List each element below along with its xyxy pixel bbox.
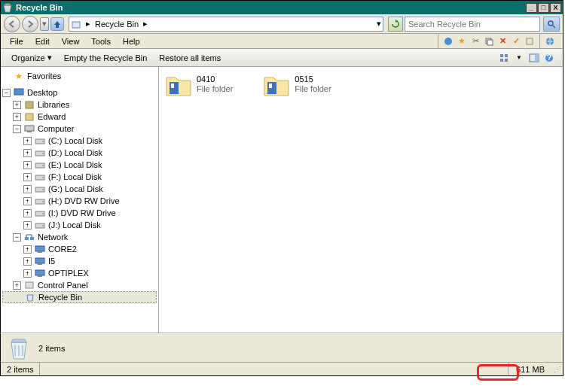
tree-network-node[interactable]: +CORE2 [2,243,157,255]
tree-drive[interactable]: +(D:) Local Disk [2,147,157,159]
resize-grip[interactable]: ⋰ [552,365,563,373]
list-item[interactable]: 0410 File folder [165,74,233,97]
tree-control-panel[interactable]: +Control Panel [2,279,157,291]
star-icon: ★ [13,71,25,81]
folder-icon [165,74,192,97]
menu-help[interactable]: Help [117,35,146,47]
tree-computer[interactable]: −Computer [2,123,157,135]
svg-rect-9 [505,54,508,57]
globe-icon[interactable] [443,36,454,47]
forward-button[interactable] [22,16,38,32]
tree-recycle-bin[interactable]: Recycle Bin [2,291,157,303]
file-list[interactable]: 0410 File folder 0515 File folder [159,67,563,333]
expand-icon[interactable]: + [13,281,21,290]
restore-all-button[interactable]: Restore all items [153,52,227,64]
refresh-button[interactable] [388,17,403,32]
svg-point-30 [42,189,44,190]
tree-drive[interactable]: +(E:) Local Disk [2,159,157,171]
copy-icon[interactable] [484,36,494,47]
minimize-button[interactable]: _ [526,3,537,13]
delete-icon[interactable]: ✕ [497,36,508,47]
status-bar: 2 items 611 MB ⋰ [1,362,563,375]
svg-rect-41 [35,258,44,263]
search-box[interactable] [405,17,540,32]
expand-icon[interactable]: + [23,173,32,181]
address-bar[interactable]: ▸ Recycle Bin ▸ ▾ [69,17,383,32]
help-icon[interactable]: ? [543,52,555,64]
folder-icon [263,74,290,97]
collapse-icon[interactable]: − [13,233,21,242]
svg-point-34 [42,213,44,214]
menu-file[interactable]: File [4,35,29,47]
chevron-down-icon[interactable]: ▼ [513,52,525,64]
breadcrumb-root[interactable]: Recycle Bin [93,20,140,29]
window-controls: _ □ X [526,3,561,13]
expand-icon[interactable]: + [23,161,32,169]
empty-recycle-bin-button[interactable]: Empty the Recycle Bin [58,52,154,64]
svg-rect-19 [25,126,34,131]
navigation-tree[interactable]: ★Favorites −Desktop +Libraries +Edward −… [1,67,159,333]
svg-point-24 [42,153,44,154]
svg-rect-0 [72,22,80,28]
close-button[interactable]: X [550,3,561,13]
computer-icon [34,256,46,266]
view-options-icon[interactable] [498,52,510,64]
breadcrumb[interactable]: ▸ Recycle Bin ▸ [84,19,149,29]
tree-drive[interactable]: +(F:) Local Disk [2,171,157,183]
tree-drive[interactable]: +(G:) Local Disk [2,183,157,195]
menu-view[interactable]: View [56,35,86,47]
main-body: ★Favorites −Desktop +Libraries +Edward −… [1,67,563,333]
svg-rect-38 [30,237,34,240]
collapse-icon[interactable]: − [2,89,11,97]
expand-icon[interactable]: + [13,113,21,121]
tree-libraries[interactable]: +Libraries [2,99,157,111]
svg-rect-40 [38,251,42,253]
back-button[interactable] [4,16,20,32]
tree-network[interactable]: −Network [2,231,157,243]
title-bar[interactable]: Recycle Bin _ □ X [1,1,563,14]
tree-drive[interactable]: +(C:) Local Disk [2,135,157,147]
tree-drive[interactable]: +(J:) Local Disk [2,219,157,231]
check-icon[interactable]: ✓ [511,36,521,47]
expand-icon[interactable]: + [23,269,32,278]
world-icon[interactable] [545,36,555,47]
svg-rect-18 [26,114,33,120]
tree-network-node[interactable]: +I5 [2,255,157,267]
svg-text:?: ? [547,53,552,62]
expand-icon[interactable]: + [23,185,32,193]
dropdown-icon[interactable]: ▾ [377,19,381,29]
tree-drive[interactable]: +(H:) DVD RW Drive [2,195,157,207]
cut-icon[interactable]: ✂ [470,36,481,47]
properties-icon[interactable] [524,36,535,47]
tree-network-node[interactable]: +OPTIPLEX [2,267,157,279]
expand-icon[interactable]: + [23,221,32,229]
expand-icon[interactable]: + [23,245,32,254]
drive-icon [34,147,46,158]
up-button[interactable] [50,17,64,31]
expand-icon[interactable]: + [23,257,32,266]
expand-icon[interactable]: + [23,137,32,145]
tree-desktop[interactable]: −Desktop [2,87,157,99]
tree-user[interactable]: +Edward [2,111,157,123]
maximize-button[interactable]: □ [538,3,549,13]
recycle-bin-icon [2,2,13,13]
history-dropdown[interactable]: ▾ [40,17,49,31]
star-icon[interactable]: ★ [457,36,467,47]
expand-icon[interactable]: + [13,101,21,109]
search-button[interactable] [543,17,560,32]
list-item[interactable]: 0515 File folder [263,74,331,97]
svg-rect-39 [35,246,44,251]
expand-icon[interactable]: + [23,197,32,205]
search-input[interactable] [405,20,539,29]
organize-button[interactable]: Organize▾ [5,51,58,64]
drive-icon [34,196,46,206]
collapse-icon[interactable]: − [13,125,21,133]
svg-point-1 [548,21,553,26]
preview-pane-icon[interactable] [528,52,540,64]
menu-tools[interactable]: Tools [85,35,117,47]
expand-icon[interactable]: + [23,209,32,217]
tree-drive[interactable]: +(I:) DVD RW Drive [2,207,157,219]
expand-icon[interactable]: + [23,149,32,157]
menu-edit[interactable]: Edit [29,35,56,47]
tree-favorites[interactable]: ★Favorites [2,70,157,82]
